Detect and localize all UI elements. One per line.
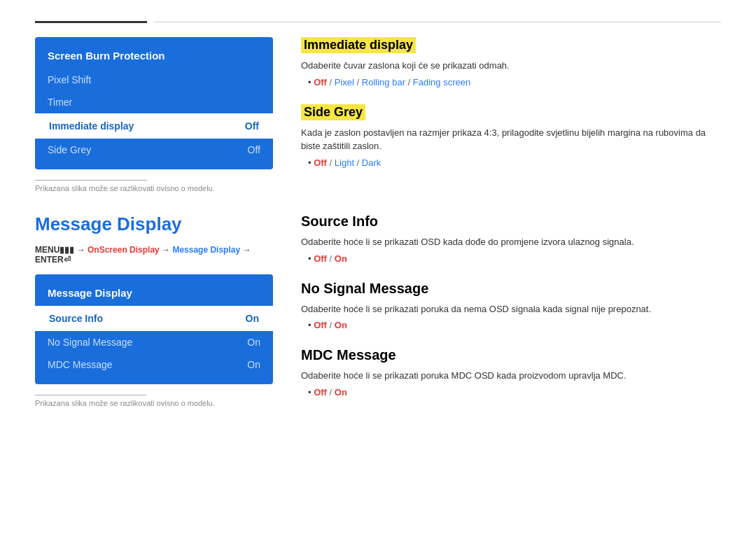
right-side-grey: Side Grey Kada je zaslon postavljen na r…	[301, 104, 721, 168]
opt-on-mdc: On	[335, 387, 347, 398]
opt-dark: Dark	[362, 157, 381, 168]
immediate-display-options: Off / Pixel / Rolling bar / Fading scree…	[301, 77, 721, 87]
mdc-value: On	[247, 359, 260, 370]
message-display-wrapper: Message Display MENU▮▮▮ → OnScreen Displ…	[35, 213, 721, 414]
opt-sep-5: /	[354, 157, 362, 168]
immediate-display-desc: Odaberite čuvar zaslona koji će se prika…	[301, 59, 721, 73]
bc-iii: ▮▮▮	[59, 245, 74, 255]
mdc-label: MDC Message	[48, 359, 113, 370]
screen-burn-section: Screen Burn Protection Pixel Shift Timer…	[35, 37, 721, 192]
menu-item-source-info[interactable]: Source Info On	[35, 306, 273, 331]
mdc-desc: Odaberite hoće li se prikazati poruka MD…	[301, 369, 721, 383]
message-display-title: Message Display	[35, 213, 273, 235]
note-2: Prikazana slika može se razlikovati ovis…	[35, 399, 273, 407]
message-display-right: Source Info Odaberite hoće li se prikaza…	[301, 213, 721, 414]
menu-item-side-grey[interactable]: Side Grey Off	[35, 139, 273, 161]
side-grey-heading: Side Grey	[301, 104, 365, 120]
no-signal-option: Off / On	[308, 320, 721, 330]
right-source-info: Source Info Odaberite hoće li se prikaza…	[301, 213, 721, 264]
menu-item-immediate-display[interactable]: Immediate display Off	[35, 113, 273, 139]
opt-sep-3: /	[405, 77, 413, 87]
divider-light	[154, 22, 721, 22]
bc-message-display: Message Display	[172, 245, 240, 255]
source-info-heading: Source Info	[301, 213, 721, 230]
source-info-value: On	[246, 313, 259, 324]
opt-off-mdc: Off	[314, 387, 327, 398]
opt-sep-4: /	[327, 157, 335, 168]
opt-fading: Fading screen	[413, 77, 470, 87]
side-grey-desc: Kada je zaslon postavljen na razmjer pri…	[301, 126, 721, 153]
source-info-label: Source Info	[49, 313, 103, 324]
message-display-section: Message Display MENU▮▮▮ → OnScreen Displ…	[35, 213, 721, 414]
pixel-shift-label: Pixel Shift	[48, 74, 91, 85]
opt-light: Light	[335, 157, 354, 168]
immediate-display-option: Off / Pixel / Rolling bar / Fading scree…	[308, 77, 721, 87]
message-display-menu: Message Display Source Info On No Signal…	[35, 274, 273, 384]
screen-burn-right: Immediate display Odaberite čuvar zaslon…	[301, 37, 721, 192]
note-1: Prikazana slika može se razlikovati ovis…	[35, 184, 273, 192]
message-display-menu-title: Message Display	[35, 283, 273, 306]
note-divider-2	[35, 395, 147, 395]
no-signal-desc: Odaberite hoće li se prikazati poruka da…	[301, 302, 721, 316]
opt-pixel: Pixel	[335, 77, 354, 87]
menu-item-mdc[interactable]: MDC Message On	[35, 353, 273, 376]
no-signal-options: Off / On	[301, 320, 721, 330]
bc-onscreen: OnScreen Display	[88, 245, 160, 255]
opt-sep-ns: /	[327, 320, 335, 330]
right-mdc: MDC Message Odaberite hoće li se prikaza…	[301, 347, 721, 398]
immediate-display-heading: Immediate display	[301, 37, 416, 53]
opt-rolling: Rolling bar	[362, 77, 405, 87]
no-signal-heading: No Signal Message	[301, 281, 721, 297]
opt-sep-2: /	[354, 77, 362, 87]
side-grey-option: Off / Light / Dark	[308, 157, 721, 168]
opt-sep-si: /	[327, 253, 335, 264]
side-grey-value: Off	[248, 144, 260, 155]
divider-dark	[35, 21, 147, 23]
menu-item-no-signal[interactable]: No Signal Message On	[35, 331, 273, 353]
no-signal-value: On	[247, 337, 260, 348]
opt-sep-mdc: /	[327, 387, 335, 398]
screen-burn-menu: Screen Burn Protection Pixel Shift Timer…	[35, 37, 273, 169]
top-divider	[35, 21, 721, 23]
breadcrumb: MENU▮▮▮ → OnScreen Display → Message Dis…	[35, 245, 273, 265]
source-info-options: Off / On	[301, 253, 721, 264]
bc-menu: MENU	[35, 245, 59, 255]
opt-on-si: On	[335, 253, 347, 264]
mdc-heading: MDC Message	[301, 347, 721, 363]
right-no-signal: No Signal Message Odaberite hoće li se p…	[301, 281, 721, 331]
timer-label: Timer	[48, 97, 72, 108]
immediate-display-label: Immediate display	[49, 120, 134, 132]
opt-off-si: Off	[314, 253, 327, 264]
source-info-option: Off / On	[308, 253, 721, 264]
menu-item-timer[interactable]: Timer	[35, 91, 273, 113]
mdc-option: Off / On	[308, 387, 721, 398]
opt-off-1: Off	[314, 77, 327, 87]
message-display-left: Message Display MENU▮▮▮ → OnScreen Displ…	[35, 213, 273, 414]
side-grey-options: Off / Light / Dark	[301, 157, 721, 168]
menu-item-pixel-shift[interactable]: Pixel Shift	[35, 69, 273, 91]
bc-arrow2: →	[160, 245, 173, 255]
no-signal-label: No Signal Message	[48, 337, 132, 348]
bc-arrow1: →	[74, 245, 88, 255]
opt-off-ns: Off	[314, 320, 327, 330]
mdc-options: Off / On	[301, 387, 721, 398]
opt-off-2: Off	[314, 157, 327, 168]
opt-sep-1: /	[327, 77, 335, 87]
opt-on-ns: On	[335, 320, 347, 330]
right-immediate-display: Immediate display Odaberite čuvar zaslon…	[301, 37, 721, 87]
screen-burn-title: Screen Burn Protection	[35, 45, 273, 69]
note-divider-1	[35, 180, 147, 181]
side-grey-label: Side Grey	[48, 144, 91, 155]
screen-burn-left: Screen Burn Protection Pixel Shift Timer…	[35, 37, 273, 192]
immediate-display-value: Off	[245, 120, 259, 132]
source-info-desc: Odaberite hoće li se prikazati OSD kada …	[301, 235, 721, 249]
